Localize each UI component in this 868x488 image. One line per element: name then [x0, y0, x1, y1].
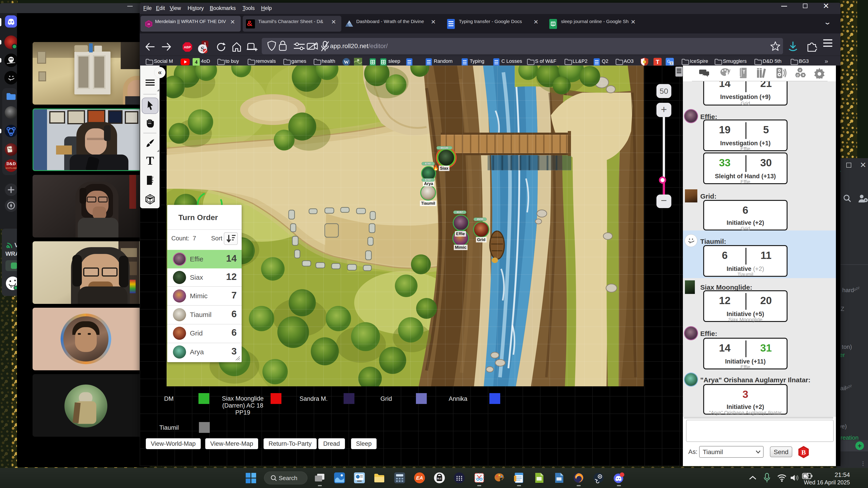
svg-text:T: T [656, 59, 659, 65]
svg-text:4: 4 [195, 59, 197, 65]
svg-text:D&D: D&D [6, 162, 16, 166]
svg-text:文: 文 [670, 62, 673, 65]
svg-text:ABP: ABP [184, 45, 191, 49]
svg-text:EA: EA [416, 475, 423, 481]
svg-text:BLE: BLE [437, 477, 442, 480]
svg-text:B: B [801, 449, 806, 456]
svg-text:SCOTLAND: SCOTLAND [5, 167, 17, 169]
svg-text:W: W [344, 59, 349, 65]
svg-text:20: 20 [147, 23, 150, 26]
svg-text:#: # [799, 68, 801, 72]
svg-text:@: @ [796, 74, 799, 77]
svg-text:G: G [667, 59, 670, 64]
